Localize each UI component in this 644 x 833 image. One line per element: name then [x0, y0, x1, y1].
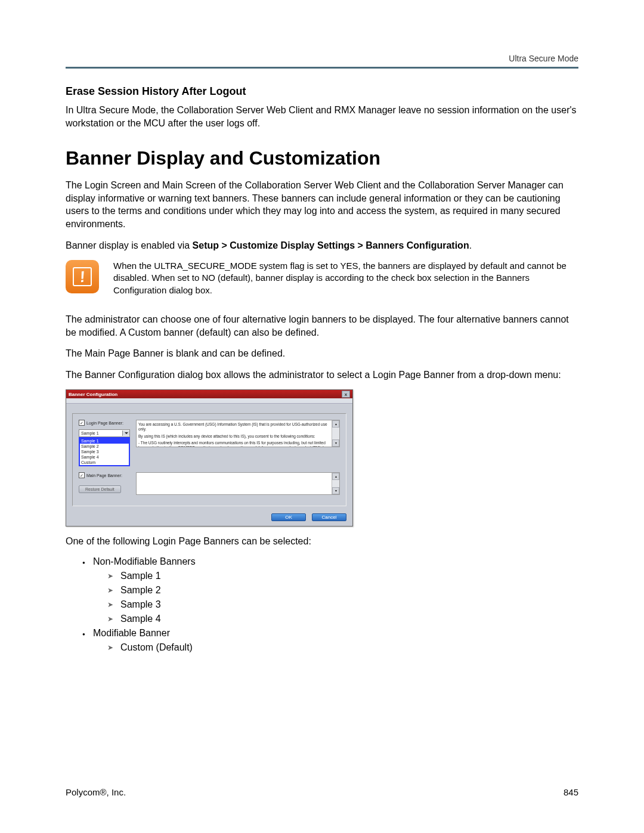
row-main-banner: ✓ Main Page Banner: Restore Default ▴ ▾ — [79, 472, 340, 495]
login-banner-listbox[interactable]: Sample 1 Sample 2 Sample 3 Sample 4 Cust… — [79, 437, 130, 466]
scrollbar[interactable]: ▴ ▾ — [332, 473, 339, 494]
login-banner-label: Login Page Banner: — [86, 421, 123, 425]
list-item[interactable]: Sample 2 — [80, 444, 129, 449]
para-main-blank: The Main Page Banner is blank and can be… — [66, 347, 578, 360]
main-banner-label: Main Page Banner: — [86, 473, 122, 478]
list-item: Sample 2 — [107, 585, 578, 596]
mod-sublist: Custom (Default) — [107, 642, 578, 653]
heading-banner: Banner Display and Customization — [66, 147, 578, 169]
nonmod-sublist: Sample 1 Sample 2 Sample 3 Sample 4 — [107, 571, 578, 624]
dialog-toolbar-strip — [66, 398, 352, 404]
scroll-down-icon[interactable]: ▾ — [332, 439, 339, 447]
enable-suffix: . — [469, 240, 472, 250]
list-item[interactable]: Sample 4 — [80, 454, 129, 460]
subheading-erase: Erase Session History After Logout — [66, 85, 578, 98]
header-rule — [66, 67, 578, 69]
para-banner-enable: Banner display is enabled via Setup > Cu… — [66, 239, 578, 252]
mod-label: Modifiable Banner — [93, 628, 170, 638]
note-icon: ! — [66, 260, 99, 293]
scroll-down-icon[interactable]: ▾ — [332, 487, 339, 494]
dialog-footer: OK Cancel — [66, 510, 352, 526]
list-item: Sample 1 — [107, 571, 578, 581]
para-banner-intro: The Login Screen and Main Screen of the … — [66, 179, 578, 230]
banner-list: Non-Modifiable Banners Sample 1 Sample 2… — [82, 556, 578, 653]
page: Ultra Secure Mode Erase Session History … — [0, 0, 644, 833]
restore-default-button[interactable]: Restore Default — [79, 485, 121, 493]
chevron-down-icon — [122, 431, 129, 436]
nonmod-label: Non-Modifiable Banners — [93, 556, 196, 566]
list-item[interactable]: Sample 3 — [80, 449, 129, 454]
para-erase: In Ultra Secure Mode, the Collaboration … — [66, 104, 578, 129]
enable-prefix: Banner display is enabled via — [66, 240, 193, 250]
footer-company: Polycom®, Inc. — [66, 787, 126, 797]
login-text-line: - The USG routinely intercepts and monit… — [138, 441, 330, 448]
scroll-up-icon[interactable]: ▴ — [332, 473, 339, 480]
main-banner-checkbox[interactable]: ✓ — [79, 472, 85, 478]
login-banner-select-value: Sample 1 — [81, 431, 99, 435]
row-login-banner: ✓ Login Page Banner: Sample 1 Sample 1 S… — [79, 420, 340, 466]
enable-path: Setup > Customize Display Settings > Ban… — [193, 240, 469, 250]
list-item-mod: Modifiable Banner Custom (Default) — [82, 628, 578, 653]
login-text-line: By using this IS (which includes any dev… — [138, 434, 330, 439]
list-item: Sample 3 — [107, 599, 578, 610]
cancel-button[interactable]: Cancel — [312, 513, 346, 521]
login-banner-left: ✓ Login Page Banner: Sample 1 Sample 1 S… — [79, 420, 130, 466]
login-banner-textarea[interactable]: You are accessing a U.S. Government (USG… — [136, 420, 340, 447]
running-head: Ultra Secure Mode — [66, 54, 578, 63]
login-banner-checkbox[interactable]: ✓ — [79, 420, 85, 426]
note-text: When the ULTRA_SECURE_MODE system flag i… — [113, 260, 578, 296]
para-dropdown: The Banner Configuration dialog box allo… — [66, 368, 578, 382]
ok-button[interactable]: OK — [271, 513, 306, 521]
main-banner-textarea[interactable]: ▴ ▾ — [136, 472, 340, 495]
note-block: ! When the ULTRA_SECURE_MODE system flag… — [66, 260, 578, 296]
login-banner-select[interactable]: Sample 1 — [79, 429, 130, 437]
scrollbar[interactable]: ▴ ▾ — [332, 420, 339, 447]
dialog-title-text: Banner Configuration — [69, 392, 117, 397]
list-item-nonmod: Non-Modifiable Banners Sample 1 Sample 2… — [82, 556, 578, 624]
dialog-titlebar: Banner Configuration x — [66, 390, 352, 398]
list-item[interactable]: Custom — [80, 460, 129, 465]
page-footer: Polycom®, Inc. 845 — [66, 787, 578, 797]
footer-page-number: 845 — [564, 787, 578, 797]
login-text-line: You are accessing a U.S. Government (USG… — [138, 422, 330, 432]
dialog-body: ✓ Login Page Banner: Sample 1 Sample 1 S… — [66, 404, 352, 510]
dialog-panel: ✓ Login Page Banner: Sample 1 Sample 1 S… — [72, 413, 346, 506]
list-item: Sample 4 — [107, 614, 578, 624]
login-banner-checkbox-row: ✓ Login Page Banner: — [79, 420, 130, 426]
close-icon[interactable]: x — [342, 391, 350, 398]
para-alt-banners: The administrator can choose one of four… — [66, 313, 578, 339]
scroll-up-icon[interactable]: ▴ — [332, 420, 339, 428]
list-item: Custom (Default) — [107, 642, 578, 653]
main-banner-left: ✓ Main Page Banner: Restore Default — [79, 472, 130, 493]
para-after-dialog: One of the following Login Page Banners … — [66, 535, 578, 548]
banner-config-dialog: Banner Configuration x ✓ Login Page Bann… — [66, 389, 353, 527]
list-item[interactable]: Sample 1 — [80, 438, 129, 444]
main-banner-checkbox-row: ✓ Main Page Banner: — [79, 472, 130, 478]
